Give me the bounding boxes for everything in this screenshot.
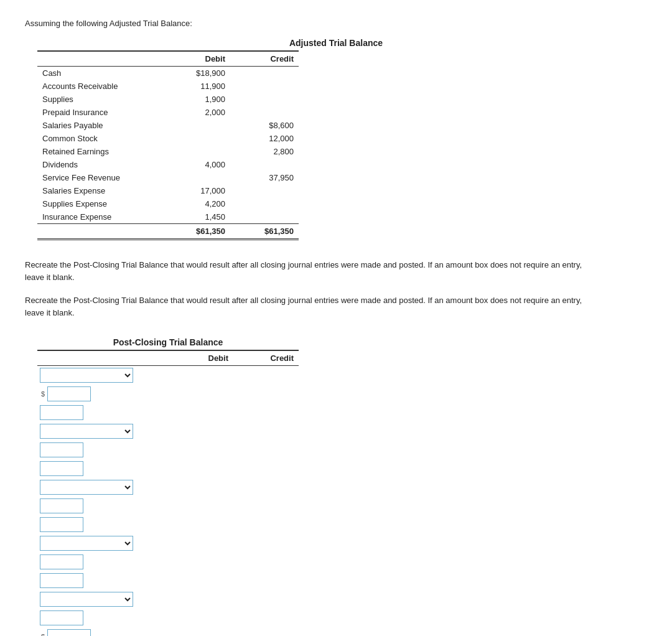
atb-row-credit bbox=[230, 158, 299, 171]
atb-row-account: Supplies bbox=[37, 93, 162, 106]
atb-row-credit bbox=[230, 67, 299, 80]
atb-row-debit bbox=[162, 132, 230, 145]
pctb-credit-input[interactable] bbox=[40, 405, 83, 420]
pctb-debit-input[interactable] bbox=[40, 442, 83, 457]
pctb-credit-input[interactable] bbox=[40, 517, 83, 532]
pctb-account-select[interactable]: CashAccounts ReceivableSuppliesPrepaid I… bbox=[40, 592, 133, 607]
pctb-title: Post-Closing Trial Balance bbox=[37, 337, 299, 347]
pctb-debit-input[interactable] bbox=[40, 498, 83, 513]
atb-row-credit: 2,800 bbox=[230, 145, 299, 158]
pctb-credit-cell: $ bbox=[37, 627, 168, 636]
pctb-credit-input[interactable] bbox=[40, 573, 83, 588]
atb-total-label bbox=[37, 224, 162, 240]
atb-row-debit bbox=[162, 119, 230, 132]
pctb-account-select[interactable]: CashAccounts ReceivableSuppliesPrepaid I… bbox=[40, 424, 133, 439]
pctb-account-cell: CashAccounts ReceivableSuppliesPrepaid I… bbox=[37, 590, 168, 609]
pctb-col-credit: Credit bbox=[233, 350, 299, 366]
pctb-debit-cell bbox=[37, 441, 168, 459]
table-row: CashAccounts ReceivableSuppliesPrepaid I… bbox=[37, 590, 299, 636]
atb-row-account: Service Fee Revenue bbox=[37, 171, 162, 184]
atb-row-debit: 1,450 bbox=[162, 210, 230, 224]
pctb-account-select[interactable]: CashAccounts ReceivableSuppliesPrepaid I… bbox=[40, 536, 133, 551]
adjusted-trial-balance: Adjusted Trial Balance Debit Credit Cash… bbox=[25, 38, 647, 240]
pctb-debit-input[interactable] bbox=[40, 610, 83, 625]
debit-dollar-sign: $ bbox=[40, 390, 46, 398]
pctb-col-account bbox=[37, 350, 168, 366]
pctb-account-cell: CashAccounts ReceivableSuppliesPrepaid I… bbox=[37, 534, 168, 553]
pctb-credit-input[interactable] bbox=[47, 629, 91, 636]
pctb-account-cell: CashAccounts ReceivableSuppliesPrepaid I… bbox=[37, 366, 168, 385]
pctb-credit-cell bbox=[37, 459, 168, 478]
atb-col-account bbox=[37, 51, 162, 67]
pctb-col-debit: Debit bbox=[168, 350, 233, 366]
pctb-table: Debit Credit CashAccounts ReceivableSupp… bbox=[37, 350, 299, 636]
atb-total-credit: $61,350 bbox=[230, 224, 299, 240]
atb-row-account: Prepaid Insurance bbox=[37, 106, 162, 119]
atb-row-account: Salaries Expense bbox=[37, 184, 162, 197]
atb-row-account: Common Stock bbox=[37, 132, 162, 145]
atb-row-credit: 37,950 bbox=[230, 171, 299, 184]
atb-row-credit bbox=[230, 93, 299, 106]
atb-row-debit: 17,000 bbox=[162, 184, 230, 197]
atb-row-credit bbox=[230, 184, 299, 197]
atb-row-debit bbox=[162, 171, 230, 184]
credit-dollar-sign: $ bbox=[40, 633, 46, 636]
atb-row-debit: 2,000 bbox=[162, 106, 230, 119]
atb-row-credit bbox=[230, 80, 299, 93]
pctb-credit-cell bbox=[37, 403, 168, 422]
pctb-account-select[interactable]: CashAccounts ReceivableSuppliesPrepaid I… bbox=[40, 368, 133, 383]
pctb-account-cell: CashAccounts ReceivableSuppliesPrepaid I… bbox=[37, 422, 168, 441]
atb-table: Debit Credit Cash$18,900Accounts Receiva… bbox=[37, 50, 299, 240]
pctb-debit-cell bbox=[37, 497, 168, 515]
pctb-debit-cell bbox=[37, 609, 168, 627]
pctb-credit-input[interactable] bbox=[40, 461, 83, 476]
atb-col-credit: Credit bbox=[230, 51, 299, 67]
atb-row-account: Cash bbox=[37, 67, 162, 80]
post-closing-trial-balance: Post-Closing Trial Balance Debit Credit … bbox=[25, 337, 647, 636]
instructions1: Recreate the Post-Closing Trial Balance … bbox=[25, 259, 585, 283]
atb-row-account: Dividends bbox=[37, 158, 162, 171]
atb-row-debit: $18,900 bbox=[162, 67, 230, 80]
atb-row-credit bbox=[230, 197, 299, 210]
atb-row-credit: 12,000 bbox=[230, 132, 299, 145]
atb-row-credit bbox=[230, 210, 299, 224]
pctb-credit-cell bbox=[37, 515, 168, 534]
table-row: CashAccounts ReceivableSuppliesPrepaid I… bbox=[37, 422, 299, 478]
atb-row-debit: 1,900 bbox=[162, 93, 230, 106]
atb-row-debit: 4,200 bbox=[162, 197, 230, 210]
atb-row-account: Salaries Payable bbox=[37, 119, 162, 132]
atb-row-account: Retained Earnings bbox=[37, 145, 162, 158]
pctb-debit-cell bbox=[37, 553, 168, 571]
table-row: CashAccounts ReceivableSuppliesPrepaid I… bbox=[37, 366, 299, 423]
table-row: CashAccounts ReceivableSuppliesPrepaid I… bbox=[37, 478, 299, 534]
atb-total-debit: $61,350 bbox=[162, 224, 230, 240]
pctb-credit-cell bbox=[37, 571, 168, 590]
pctb-debit-input[interactable] bbox=[47, 386, 91, 401]
atb-row-debit: 4,000 bbox=[162, 158, 230, 171]
atb-title: Adjusted Trial Balance bbox=[25, 38, 647, 48]
atb-row-account: Supplies Expense bbox=[37, 197, 162, 210]
pctb-account-cell: CashAccounts ReceivableSuppliesPrepaid I… bbox=[37, 478, 168, 497]
atb-row-account: Accounts Receivable bbox=[37, 80, 162, 93]
table-row: CashAccounts ReceivableSuppliesPrepaid I… bbox=[37, 534, 299, 590]
atb-col-debit: Debit bbox=[162, 51, 230, 67]
atb-row-account: Insurance Expense bbox=[37, 210, 162, 224]
pctb-debit-cell: $ bbox=[37, 385, 168, 403]
atb-row-credit: $8,600 bbox=[230, 119, 299, 132]
pctb-debit-input[interactable] bbox=[40, 554, 83, 569]
atb-row-debit: 11,900 bbox=[162, 80, 230, 93]
atb-row-debit bbox=[162, 145, 230, 158]
atb-row-credit bbox=[230, 106, 299, 119]
intro-text: Assuming the following Adjusted Trial Ba… bbox=[25, 19, 647, 28]
instructions2: Recreate the Post-Closing Trial Balance … bbox=[25, 294, 585, 319]
pctb-account-select[interactable]: CashAccounts ReceivableSuppliesPrepaid I… bbox=[40, 480, 133, 495]
